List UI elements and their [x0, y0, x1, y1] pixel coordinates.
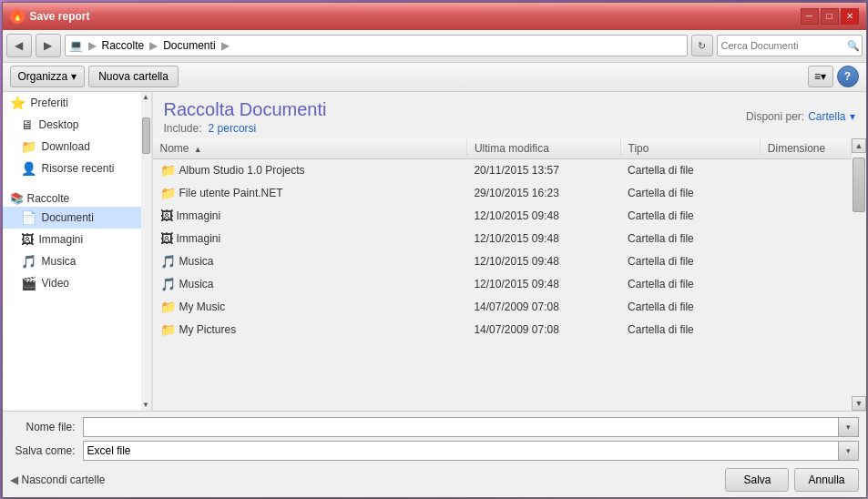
sidebar-scroll-down[interactable]: ▼: [141, 400, 151, 411]
table-row[interactable]: 📁My Pictures 14/07/2009 07:08 Cartella d…: [153, 318, 852, 341]
nome-file-label: Nome file:: [10, 421, 83, 433]
nuova-cartella-button[interactable]: Nuova cartella: [88, 66, 179, 87]
cell-dimensione: [760, 204, 851, 227]
sidebar-item-desktop[interactable]: 🖥 Desktop: [3, 114, 141, 136]
include-label: Include:: [164, 122, 202, 135]
table-row[interactable]: 📁Album Studio 1.0 Projects 20/11/2015 13…: [153, 158, 852, 181]
cell-modifica: 12/10/2015 09:48: [466, 204, 620, 227]
cell-nome: 📁My Music: [153, 295, 467, 318]
nome-file-row: Nome file: ▾: [10, 417, 859, 437]
search-icon: 🔍: [847, 40, 860, 52]
sidebar-scrollbar[interactable]: ▲ ▼: [141, 92, 152, 411]
table-row[interactable]: 📁My Music 14/07/2009 07:08 Cartella di f…: [153, 295, 852, 318]
nome-sort-icon: ▲: [194, 145, 202, 154]
view-button[interactable]: ≡ ▾: [808, 66, 833, 87]
cell-dimensione: [760, 227, 851, 250]
nascondi-label: Nascondi cartelle: [22, 474, 106, 486]
cell-modifica: 20/11/2015 13:57: [466, 158, 620, 181]
table-row[interactable]: 🎵Musica 12/10/2015 09:48 Cartella di fil…: [153, 250, 852, 272]
organizza-toolbar: Organizza ▾ Nuova cartella ≡ ▾ ?: [3, 63, 866, 92]
col-header-dimensione[interactable]: Dimensione: [760, 138, 851, 159]
scroll-thumb[interactable]: [853, 158, 865, 212]
nome-file-input[interactable]: [83, 417, 839, 437]
close-button[interactable]: ✕: [841, 8, 859, 25]
sidebar-scroll-thumb[interactable]: [142, 117, 150, 154]
main-content: ⭐ Preferiti 🖥 Desktop 📁 Download 👤 Risor…: [3, 92, 866, 411]
cell-nome: 🎵Musica: [153, 272, 467, 295]
salva-come-display[interactable]: Excel file: [83, 441, 839, 461]
star-icon: ⭐: [10, 96, 26, 110]
file-scrollbar[interactable]: ▲ ▼: [852, 138, 866, 411]
include-link[interactable]: 2 percorsi: [209, 122, 257, 135]
sidebar-spacer: [3, 179, 141, 187]
cell-dimensione: [760, 250, 851, 272]
cell-dimensione: [760, 295, 851, 318]
minimize-button[interactable]: ─: [801, 8, 819, 25]
sidebar-item-musica[interactable]: 🎵 Musica: [3, 250, 141, 272]
table-header-row: Nome ▲ Ultima modifica Tipo: [153, 138, 852, 159]
sidebar: ⭐ Preferiti 🖥 Desktop 📁 Download 👤 Risor…: [3, 92, 141, 411]
cell-dimensione: [760, 318, 851, 341]
scroll-up-arrow[interactable]: ▲: [852, 138, 866, 153]
salva-button[interactable]: Salva: [725, 468, 789, 492]
bottom-bar: Nome file: ▾ Salva come: Excel file ▾ ◀ …: [3, 411, 866, 497]
breadcrumb-raccolte[interactable]: Raccolte: [102, 39, 145, 52]
scroll-down-arrow[interactable]: ▼: [852, 396, 866, 411]
salva-come-dropdown-btn[interactable]: ▾: [839, 441, 859, 461]
file-area-title: Raccolta Documenti: [164, 99, 327, 120]
cell-tipo: Cartella di file: [620, 227, 760, 250]
back-button[interactable]: ◀: [6, 34, 32, 57]
table-row[interactable]: 🖼Immagini 12/10/2015 09:48 Cartella di f…: [153, 204, 852, 227]
sidebar-item-video[interactable]: 🎬 Video: [3, 272, 141, 294]
cell-modifica: 14/07/2009 07:08: [466, 295, 620, 318]
title-bar: 🔥 Save report ─ □ ✕: [3, 3, 866, 30]
save-dialog: 🔥 Save report ─ □ ✕ ◀ ▶ 💻 ▶ Raccolte ▶ D…: [2, 2, 867, 498]
cell-nome: 🖼Immagini: [153, 204, 467, 227]
annulla-button[interactable]: Annulla: [794, 468, 858, 492]
search-input[interactable]: [721, 40, 847, 51]
cell-dimensione: [760, 272, 851, 295]
salva-come-label: Salva come:: [10, 444, 83, 457]
table-scroll-area: Nome ▲ Ultima modifica Tipo: [153, 138, 866, 411]
cell-tipo: Cartella di file: [620, 204, 760, 227]
refresh-button[interactable]: ↻: [691, 35, 713, 56]
sidebar-scroll-up[interactable]: ▲: [141, 92, 151, 103]
window-controls: ─ □ ✕: [801, 8, 859, 25]
video-label: Video: [42, 277, 69, 290]
documenti-label: Documenti: [42, 211, 94, 224]
organizza-button[interactable]: Organizza ▾: [10, 66, 86, 87]
col-header-nome[interactable]: Nome ▲: [153, 138, 467, 159]
disponi-arrow[interactable]: ▾: [850, 110, 855, 123]
download-label: Download: [42, 140, 90, 153]
maximize-button[interactable]: □: [821, 8, 839, 25]
sidebar-item-immagini[interactable]: 🖼 Immagini: [3, 229, 141, 250]
disponi-value[interactable]: Cartella: [808, 110, 845, 123]
sidebar-item-risorse[interactable]: 👤 Risorse recenti: [3, 158, 141, 179]
view-icon: ≡: [814, 70, 821, 83]
file-icon: 📁: [160, 186, 176, 200]
hide-icon: ◀: [10, 474, 18, 486]
help-button[interactable]: ?: [837, 66, 859, 87]
forward-button[interactable]: ▶: [36, 34, 61, 57]
nome-file-dropdown-btn[interactable]: ▾: [839, 417, 859, 437]
sidebar-item-download[interactable]: 📁 Download: [3, 136, 141, 158]
sidebar-wrapper: ⭐ Preferiti 🖥 Desktop 📁 Download 👤 Risor…: [3, 92, 153, 411]
col-header-modifica[interactable]: Ultima modifica: [466, 138, 620, 159]
table-row[interactable]: 🎵Musica 12/10/2015 09:48 Cartella di fil…: [153, 272, 852, 295]
disponi-per-area: Disponi per: Cartella ▾: [746, 110, 854, 123]
address-bar[interactable]: 💻 ▶ Raccolte ▶ Documenti ▶: [65, 35, 688, 56]
hide-folders-button[interactable]: ◀ Nascondi cartelle: [10, 474, 106, 486]
table-header: Nome ▲ Ultima modifica Tipo: [153, 138, 852, 159]
file-icon: 🖼: [160, 209, 173, 223]
view-arrow: ▾: [821, 70, 826, 83]
sidebar-item-preferiti[interactable]: ⭐ Preferiti: [3, 92, 141, 114]
file-icon: 🖼: [160, 231, 173, 246]
scroll-track[interactable]: [852, 153, 866, 396]
sidebar-raccolte-header[interactable]: 📚 Raccolte: [3, 187, 141, 207]
sidebar-item-documenti[interactable]: 📄 Documenti: [3, 207, 141, 229]
table-row[interactable]: 🖼Immagini 12/10/2015 09:48 Cartella di f…: [153, 227, 852, 250]
col-header-tipo[interactable]: Tipo: [620, 138, 760, 159]
table-row[interactable]: 📁File utente Paint.NET 29/10/2015 16:23 …: [153, 181, 852, 204]
cell-nome: 📁My Pictures: [153, 318, 467, 341]
breadcrumb-documenti[interactable]: Documenti: [163, 39, 215, 52]
